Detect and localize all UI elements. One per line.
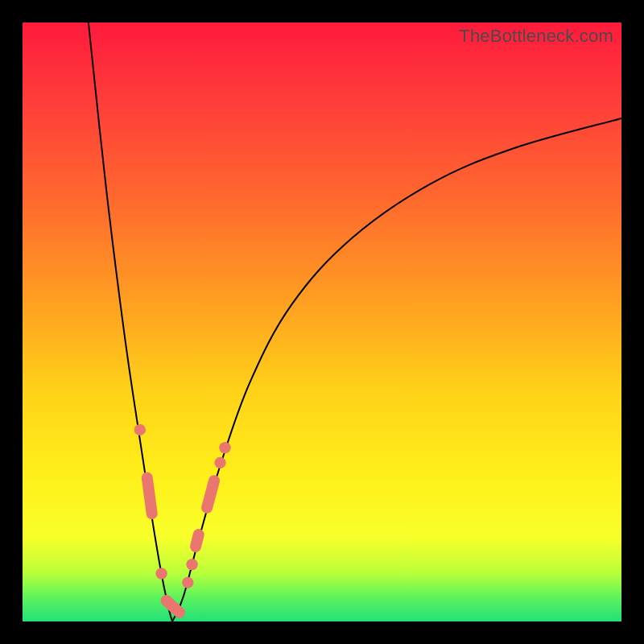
curve-right-branch — [172, 118, 621, 621]
curve-layer — [23, 23, 621, 621]
marker-group — [134, 424, 231, 613]
marker-capsule — [167, 601, 180, 613]
marker-capsule — [207, 481, 214, 507]
marker-dot — [219, 442, 230, 453]
marker-dot — [182, 577, 193, 588]
marker-dot — [134, 424, 146, 436]
marker-capsule — [147, 477, 152, 514]
marker-dot — [156, 568, 167, 579]
marker-dot — [215, 457, 226, 469]
chart-frame: TheBottleneck.com — [0, 0, 644, 644]
marker-dot — [187, 559, 198, 570]
marker-capsule — [196, 535, 199, 547]
curve-left-branch — [89, 23, 172, 621]
plot-area: TheBottleneck.com — [23, 23, 621, 621]
